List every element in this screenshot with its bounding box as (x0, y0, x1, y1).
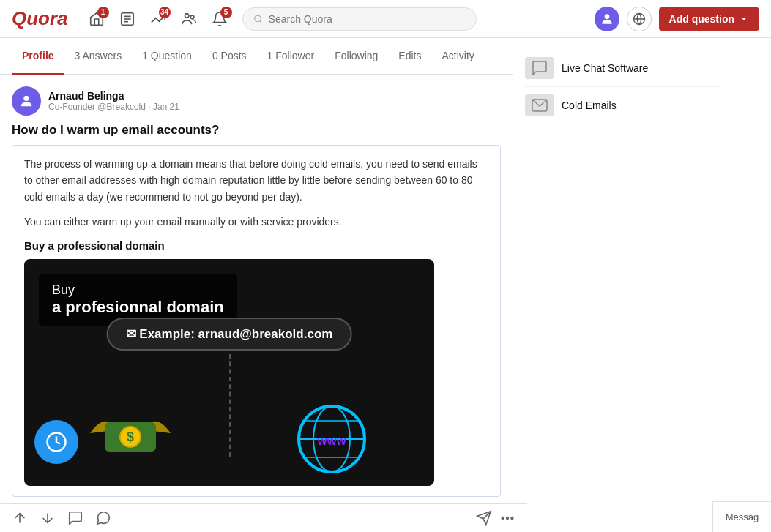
email-bar: ✉ Example: arnaud@breakold.com (107, 318, 352, 351)
tab-question[interactable]: 1 Question (132, 38, 202, 75)
message-button[interactable]: Messag (712, 501, 771, 532)
header: Quora 1 34 5 (0, 0, 771, 38)
www-globe: WWW (288, 402, 376, 479)
sidebar-thumb-cold-emails (525, 94, 554, 116)
tab-following[interactable]: Following (324, 38, 388, 75)
bottom-right (476, 510, 515, 526)
question-title: How do I warm up email accounts? (12, 123, 501, 138)
comment-button[interactable] (67, 510, 83, 526)
tab-answers[interactable]: 3 Answers (64, 38, 133, 75)
sidebar: Live Chat Software Cold Emails (513, 38, 732, 532)
chevron-down-icon (739, 14, 749, 24)
quora-logo[interactable]: Quora (12, 7, 68, 30)
more-button[interactable] (499, 510, 515, 526)
home-badge: 1 (97, 7, 109, 18)
answer-subtitle: Buy a professional domain (24, 239, 488, 252)
sidebar-item-cold-emails[interactable]: Cold Emails (525, 87, 720, 124)
svg-point-25 (507, 517, 509, 520)
author-name[interactable]: Arnaud Belinga (48, 90, 179, 102)
upvote-button[interactable] (12, 510, 28, 526)
language-button[interactable] (627, 7, 652, 31)
dashed-divider (229, 354, 231, 457)
winged-money-svg: $ (83, 397, 178, 462)
svg-point-8 (604, 14, 609, 19)
downvote-button[interactable] (40, 510, 56, 526)
tab-activity[interactable]: Activity (431, 38, 484, 75)
sidebar-thumb-live-chat (525, 57, 554, 79)
sidebar-label-live-chat: Live Chat Software (562, 62, 648, 74)
header-right: Add question (595, 7, 759, 31)
bottom-bar (0, 503, 527, 532)
tab-profile[interactable]: Profile (12, 38, 64, 75)
sidebar-item-live-chat[interactable]: Live Chat Software (525, 50, 720, 87)
share-button[interactable] (476, 510, 492, 526)
tab-edits[interactable]: Edits (388, 38, 431, 75)
nav-home[interactable]: 1 (83, 5, 111, 33)
nav-icons: 1 34 5 (83, 5, 234, 33)
search-icon (253, 14, 263, 24)
notif-badge: 5 (220, 7, 232, 18)
svg-point-26 (511, 517, 513, 520)
svg-point-4 (185, 13, 189, 18)
answer-paragraph-1: The process of warming up a domain means… (24, 156, 488, 231)
svg-point-10 (23, 96, 29, 101)
add-question-button[interactable]: Add question (659, 7, 759, 31)
clock-icon (34, 420, 78, 464)
profile-tabs: Profile 3 Answers 1 Question 0 Posts 1 F… (0, 38, 513, 75)
svg-point-24 (502, 517, 504, 520)
chat-button[interactable] (95, 510, 111, 526)
main-layout: Profile 3 Answers 1 Question 0 Posts 1 F… (0, 38, 771, 532)
nav-notifications[interactable]: 5 (206, 5, 234, 33)
nav-content[interactable]: 34 (144, 5, 172, 33)
content-badge: 34 (159, 7, 171, 18)
search-bar[interactable] (242, 7, 477, 31)
user-avatar[interactable] (595, 7, 619, 31)
nav-community[interactable] (175, 5, 203, 33)
money-icon: $ (83, 397, 178, 471)
author-info: Arnaud Belinga Co-Founder @Breakcold · J… (48, 90, 179, 112)
nav-answers[interactable] (113, 5, 141, 33)
svg-line-7 (260, 20, 261, 22)
svg-text:$: $ (127, 430, 134, 444)
content-area: Profile 3 Answers 1 Question 0 Posts 1 F… (0, 38, 513, 532)
author-avatar (12, 86, 41, 116)
answer-block: The process of warming up a domain means… (12, 145, 501, 497)
svg-point-5 (190, 15, 194, 18)
tab-posts[interactable]: 0 Posts (202, 38, 257, 75)
svg-point-6 (254, 15, 261, 22)
author-subtitle: Co-Founder @Breakcold · Jan 21 (48, 102, 179, 112)
tab-follower[interactable]: 1 Follower (257, 38, 325, 75)
domain-image: Buy a profesionnal domain ✉ Example: arn… (24, 259, 434, 486)
search-input[interactable] (269, 13, 466, 25)
svg-text:WWW: WWW (317, 435, 346, 447)
author-row: Arnaud Belinga Co-Founder @Breakcold · J… (12, 86, 501, 116)
post-area: Arnaud Belinga Co-Founder @Breakcold · J… (0, 75, 513, 519)
sidebar-label-cold-emails: Cold Emails (562, 100, 617, 111)
